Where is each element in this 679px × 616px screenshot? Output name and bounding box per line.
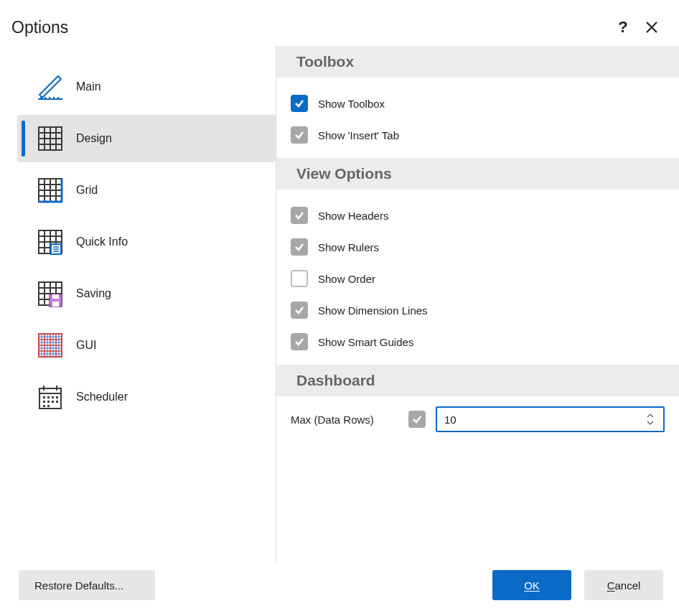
- sidebar-item-main[interactable]: Main: [17, 63, 276, 111]
- checkbox-show-order[interactable]: [291, 270, 308, 287]
- section-body-toolbox: Show Toolbox Show 'Insert' Tab: [276, 78, 679, 158]
- titlebar: Options ?: [0, 0, 679, 46]
- max-data-rows-value: 10: [444, 414, 645, 426]
- svg-rect-13: [56, 396, 58, 398]
- quickinfo-icon: [36, 228, 65, 256]
- svg-rect-18: [43, 405, 45, 407]
- svg-rect-16: [52, 401, 54, 403]
- option-show-smart-guides: Show Smart Guides: [291, 326, 665, 358]
- grid-icon: [36, 176, 65, 205]
- checkbox-label: Show Toolbox: [318, 98, 385, 110]
- sidebar-item-label: Quick Info: [76, 235, 128, 248]
- checkbox-label: Show Rulers: [318, 241, 379, 253]
- checkbox-show-rulers[interactable]: [291, 238, 308, 256]
- help-icon[interactable]: ?: [609, 13, 637, 42]
- checkbox-show-dimension-lines[interactable]: [291, 302, 308, 319]
- svg-rect-19: [47, 405, 50, 407]
- checkbox-label: Show 'Insert' Tab: [318, 129, 399, 141]
- spinner-down-icon[interactable]: [645, 419, 656, 426]
- sidebar-item-label: Saving: [76, 287, 111, 300]
- option-show-order: Show Order: [291, 263, 665, 294]
- option-show-toolbox: Show Toolbox: [291, 88, 665, 119]
- svg-rect-14: [43, 401, 45, 403]
- section-header-dashboard: Dashboard: [276, 365, 679, 396]
- spinner-buttons: [645, 412, 656, 426]
- svg-rect-15: [47, 401, 50, 403]
- svg-rect-6: [52, 294, 59, 299]
- checkbox-show-insert-tab[interactable]: [291, 126, 308, 144]
- restore-defaults-button[interactable]: Restore Defaults...: [19, 570, 155, 600]
- saving-icon: [36, 279, 65, 308]
- main-icon: [36, 73, 65, 101]
- spinner-up-icon[interactable]: [645, 412, 656, 419]
- max-data-rows-input[interactable]: 10: [436, 406, 665, 432]
- svg-rect-10: [43, 396, 45, 398]
- gui-icon: [36, 331, 65, 360]
- design-icon: [36, 124, 65, 153]
- sidebar-item-design[interactable]: Design: [17, 115, 276, 162]
- sidebar-item-gui[interactable]: GUI: [17, 322, 276, 369]
- cancel-button[interactable]: Cancel: [584, 570, 663, 600]
- sidebar-item-scheduler[interactable]: Scheduler: [17, 373, 276, 421]
- close-icon[interactable]: [637, 13, 666, 42]
- svg-rect-17: [56, 401, 58, 403]
- sidebar-item-label: Grid: [76, 184, 98, 197]
- option-show-rulers: Show Rulers: [291, 231, 665, 263]
- option-show-headers: Show Headers: [291, 200, 665, 231]
- checkbox-show-toolbox[interactable]: [291, 95, 308, 112]
- option-max-data-rows: Max (Data Rows) 10: [276, 396, 679, 442]
- checkbox-label: Show Headers: [318, 210, 388, 222]
- scheduler-icon: [36, 383, 65, 411]
- sidebar-item-grid[interactable]: Grid: [17, 167, 276, 214]
- sidebar-item-label: Scheduler: [76, 391, 128, 403]
- checkbox-label: Show Dimension Lines: [318, 304, 428, 317]
- sidebar-item-saving[interactable]: Saving: [17, 270, 276, 317]
- sidebar-item-quickinfo[interactable]: Quick Info: [17, 218, 276, 266]
- content-panel: Toolbox Show Toolbox Show 'Insert' Tab V…: [276, 46, 679, 563]
- section-header-view-options: View Options: [276, 158, 679, 190]
- dialog-body: Main Design Grid: [0, 46, 679, 563]
- checkbox-show-headers[interactable]: [291, 207, 308, 224]
- dialog-footer: Restore Defaults... OK Cancel: [0, 560, 679, 616]
- checkbox-label: Show Order: [318, 273, 375, 285]
- section-body-view-options: Show Headers Show Rulers Show Order Show…: [276, 190, 679, 365]
- sidebar: Main Design Grid: [17, 46, 276, 563]
- max-data-rows-label: Max (Data Rows): [291, 414, 398, 426]
- svg-rect-11: [47, 396, 50, 398]
- checkbox-label: Show Smart Guides: [318, 336, 413, 348]
- dialog-title: Options: [11, 18, 609, 37]
- checkbox-max-data-rows[interactable]: [408, 411, 426, 428]
- sidebar-item-label: Main: [76, 80, 101, 93]
- option-show-insert-tab: Show 'Insert' Tab: [291, 119, 665, 151]
- ok-button[interactable]: OK: [492, 570, 571, 600]
- section-header-toolbox: Toolbox: [276, 46, 679, 78]
- option-show-dimension-lines: Show Dimension Lines: [291, 294, 665, 326]
- checkbox-show-smart-guides[interactable]: [291, 333, 308, 350]
- svg-rect-7: [52, 302, 59, 307]
- sidebar-item-label: GUI: [76, 339, 96, 352]
- svg-rect-12: [52, 396, 54, 398]
- sidebar-item-label: Design: [76, 132, 112, 145]
